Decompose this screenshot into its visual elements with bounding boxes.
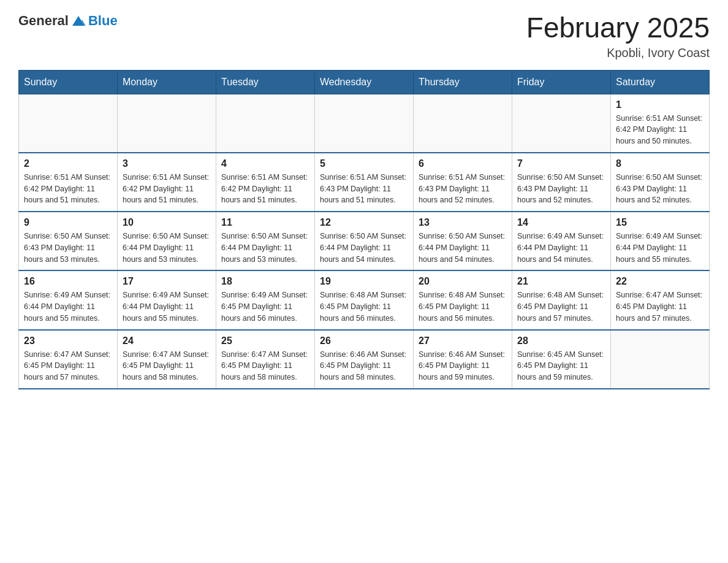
logo-general: General [18,13,69,29]
day-number: 23 [24,335,112,347]
calendar-week-row: 2Sunrise: 6:51 AM Sunset: 6:42 PM Daylig… [19,153,710,212]
col-header-wednesday: Wednesday [315,70,414,94]
calendar-table: SundayMondayTuesdayWednesdayThursdayFrid… [18,70,710,389]
day-number: 28 [517,335,605,347]
calendar-cell: 24Sunrise: 6:47 AM Sunset: 6:45 PM Dayli… [118,330,216,389]
day-number: 17 [123,276,211,287]
day-number: 3 [123,158,211,169]
calendar-cell: 1Sunrise: 6:51 AM Sunset: 6:42 PM Daylig… [611,94,710,153]
calendar-cell [19,94,118,153]
col-header-friday: Friday [512,70,611,94]
title-block: February 2025 Kpobli, Ivory Coast [526,12,710,60]
day-info: Sunrise: 6:47 AM Sunset: 6:45 PM Dayligh… [221,349,309,383]
logo-icon [70,12,87,29]
calendar-cell: 23Sunrise: 6:47 AM Sunset: 6:45 PM Dayli… [19,330,118,389]
col-header-monday: Monday [118,70,216,94]
day-number: 24 [123,335,211,347]
calendar-title: February 2025 [526,12,710,44]
calendar-header-row: SundayMondayTuesdayWednesdayThursdayFrid… [19,70,710,94]
day-number: 26 [320,335,408,347]
logo: General Blue [18,12,118,29]
day-info: Sunrise: 6:50 AM Sunset: 6:43 PM Dayligh… [517,172,605,206]
calendar-cell: 11Sunrise: 6:50 AM Sunset: 6:44 PM Dayli… [216,212,315,270]
day-info: Sunrise: 6:48 AM Sunset: 6:45 PM Dayligh… [320,289,408,324]
calendar-week-row: 16Sunrise: 6:49 AM Sunset: 6:44 PM Dayli… [19,270,710,329]
day-info: Sunrise: 6:51 AM Sunset: 6:43 PM Dayligh… [320,172,408,206]
day-number: 19 [320,276,408,287]
day-info: Sunrise: 6:49 AM Sunset: 6:44 PM Dayligh… [123,289,211,324]
day-info: Sunrise: 6:50 AM Sunset: 6:43 PM Dayligh… [24,231,112,265]
calendar-cell: 8Sunrise: 6:50 AM Sunset: 6:43 PM Daylig… [611,153,710,212]
day-number: 27 [419,335,507,347]
calendar-cell [216,94,315,153]
day-number: 5 [320,158,408,169]
calendar-cell: 3Sunrise: 6:51 AM Sunset: 6:42 PM Daylig… [118,153,216,212]
day-info: Sunrise: 6:47 AM Sunset: 6:45 PM Dayligh… [616,289,704,324]
calendar-cell: 17Sunrise: 6:49 AM Sunset: 6:44 PM Dayli… [118,270,216,329]
day-info: Sunrise: 6:46 AM Sunset: 6:45 PM Dayligh… [419,349,507,383]
day-number: 13 [419,217,507,228]
day-info: Sunrise: 6:50 AM Sunset: 6:44 PM Dayligh… [221,231,309,265]
day-number: 15 [616,217,704,228]
day-info: Sunrise: 6:50 AM Sunset: 6:44 PM Dayligh… [123,231,211,265]
day-info: Sunrise: 6:51 AM Sunset: 6:42 PM Dayligh… [221,172,309,206]
calendar-subtitle: Kpobli, Ivory Coast [526,46,710,60]
calendar-cell: 25Sunrise: 6:47 AM Sunset: 6:45 PM Dayli… [216,330,315,389]
day-info: Sunrise: 6:50 AM Sunset: 6:43 PM Dayligh… [616,172,704,206]
calendar-week-row: 1Sunrise: 6:51 AM Sunset: 6:42 PM Daylig… [19,94,710,153]
calendar-cell: 10Sunrise: 6:50 AM Sunset: 6:44 PM Dayli… [118,212,216,270]
day-number: 4 [221,158,309,169]
calendar-cell: 19Sunrise: 6:48 AM Sunset: 6:45 PM Dayli… [315,270,414,329]
day-number: 20 [419,276,507,287]
calendar-cell: 20Sunrise: 6:48 AM Sunset: 6:45 PM Dayli… [414,270,512,329]
col-header-sunday: Sunday [19,70,118,94]
day-info: Sunrise: 6:47 AM Sunset: 6:45 PM Dayligh… [24,349,112,383]
calendar-cell: 15Sunrise: 6:49 AM Sunset: 6:44 PM Dayli… [611,212,710,270]
day-number: 25 [221,335,309,347]
calendar-cell: 18Sunrise: 6:49 AM Sunset: 6:45 PM Dayli… [216,270,315,329]
calendar-cell [315,94,414,153]
day-info: Sunrise: 6:51 AM Sunset: 6:43 PM Dayligh… [419,172,507,206]
day-info: Sunrise: 6:50 AM Sunset: 6:44 PM Dayligh… [320,231,408,265]
day-info: Sunrise: 6:49 AM Sunset: 6:44 PM Dayligh… [517,231,605,265]
day-number: 14 [517,217,605,228]
day-number: 22 [616,276,704,287]
day-number: 18 [221,276,309,287]
calendar-cell: 21Sunrise: 6:48 AM Sunset: 6:45 PM Dayli… [512,270,611,329]
calendar-cell: 26Sunrise: 6:46 AM Sunset: 6:45 PM Dayli… [315,330,414,389]
calendar-week-row: 23Sunrise: 6:47 AM Sunset: 6:45 PM Dayli… [19,330,710,389]
col-header-tuesday: Tuesday [216,70,315,94]
calendar-cell [512,94,611,153]
calendar-cell: 12Sunrise: 6:50 AM Sunset: 6:44 PM Dayli… [315,212,414,270]
day-number: 9 [24,217,112,228]
calendar-cell: 6Sunrise: 6:51 AM Sunset: 6:43 PM Daylig… [414,153,512,212]
calendar-cell: 4Sunrise: 6:51 AM Sunset: 6:42 PM Daylig… [216,153,315,212]
calendar-cell: 27Sunrise: 6:46 AM Sunset: 6:45 PM Dayli… [414,330,512,389]
day-info: Sunrise: 6:48 AM Sunset: 6:45 PM Dayligh… [419,289,507,324]
day-info: Sunrise: 6:47 AM Sunset: 6:45 PM Dayligh… [123,349,211,383]
day-info: Sunrise: 6:50 AM Sunset: 6:44 PM Dayligh… [419,231,507,265]
col-header-saturday: Saturday [611,70,710,94]
day-number: 11 [221,217,309,228]
calendar-cell: 2Sunrise: 6:51 AM Sunset: 6:42 PM Daylig… [19,153,118,212]
day-number: 21 [517,276,605,287]
calendar-cell: 7Sunrise: 6:50 AM Sunset: 6:43 PM Daylig… [512,153,611,212]
calendar-cell: 9Sunrise: 6:50 AM Sunset: 6:43 PM Daylig… [19,212,118,270]
day-number: 16 [24,276,112,287]
day-number: 7 [517,158,605,169]
day-number: 10 [123,217,211,228]
day-info: Sunrise: 6:51 AM Sunset: 6:42 PM Dayligh… [24,172,112,206]
day-info: Sunrise: 6:49 AM Sunset: 6:44 PM Dayligh… [24,289,112,324]
day-info: Sunrise: 6:48 AM Sunset: 6:45 PM Dayligh… [517,289,605,324]
day-number: 12 [320,217,408,228]
calendar-cell: 28Sunrise: 6:45 AM Sunset: 6:45 PM Dayli… [512,330,611,389]
day-info: Sunrise: 6:51 AM Sunset: 6:42 PM Dayligh… [123,172,211,206]
day-info: Sunrise: 6:51 AM Sunset: 6:42 PM Dayligh… [616,113,704,147]
calendar-cell [118,94,216,153]
day-number: 6 [419,158,507,169]
day-info: Sunrise: 6:45 AM Sunset: 6:45 PM Dayligh… [517,349,605,383]
calendar-cell: 13Sunrise: 6:50 AM Sunset: 6:44 PM Dayli… [414,212,512,270]
calendar-cell [414,94,512,153]
day-number: 1 [616,99,704,110]
calendar-cell: 16Sunrise: 6:49 AM Sunset: 6:44 PM Dayli… [19,270,118,329]
